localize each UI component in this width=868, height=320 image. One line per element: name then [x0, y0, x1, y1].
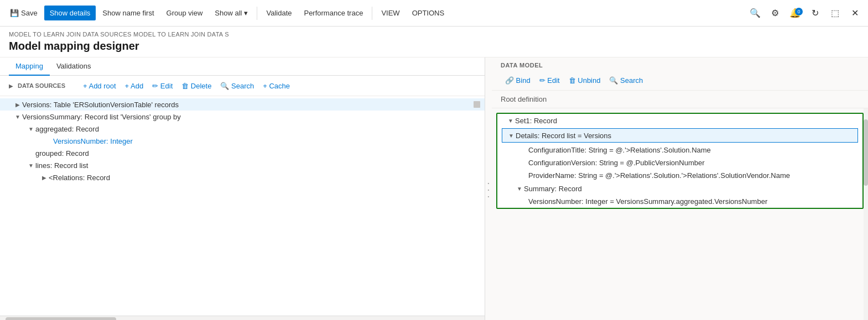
scrollbar-thumb — [6, 317, 116, 320]
edit-button[interactable]: ✏ Edit — [148, 78, 177, 93]
tree-node-versionssummary[interactable]: ▼ VersionsSummary: Record list 'Versions… — [0, 111, 485, 123]
dm-node-provider-name[interactable]: ProviderName: String = @.'>Relations'.So… — [497, 169, 862, 182]
toggle-icon: ▼ — [13, 112, 22, 121]
root-definition-label: Root definition — [492, 91, 868, 108]
datasources-toggle-icon: ▶ — [9, 81, 18, 90]
view-button[interactable]: VIEW — [376, 6, 405, 20]
datasources-tree[interactable]: ▶ Versions: Table 'ERSolutionVersionTabl… — [0, 96, 485, 316]
dm-node-set1[interactable]: ▼ Set1: Record — [497, 114, 862, 127]
toggle-icon — [44, 137, 53, 145]
close-button[interactable]: ✕ — [846, 4, 864, 22]
add-root-button[interactable]: + Add root — [79, 78, 121, 93]
toggle-icon: ▼ — [515, 184, 524, 193]
tab-validations[interactable]: Validations — [50, 57, 98, 76]
tree-node-aggregated[interactable]: ▼ aggregated: Record — [0, 123, 485, 135]
show-details-button[interactable]: Show details — [44, 6, 96, 20]
toggle-icon: ▼ — [27, 161, 35, 170]
popout-button[interactable]: ⬚ — [826, 4, 844, 22]
search-dm-button[interactable]: 🔍 Search — [605, 73, 647, 88]
group-view-button[interactable]: Group view — [161, 6, 209, 20]
main-content: Mapping Validations ▶ DATA SOURCES + Add… — [0, 57, 868, 320]
tree-node-versionsnumber[interactable]: VersionsNumber: Integer — [0, 135, 485, 147]
left-panel: Mapping Validations ▶ DATA SOURCES + Add… — [0, 57, 485, 320]
show-all-button[interactable]: Show all ▾ — [209, 6, 253, 20]
right-panel: DATA MODEL 🔗 Bind ✏ Edit 🗑 Unbind 🔍 Sear… — [492, 57, 868, 320]
tree-node-versions[interactable]: ▶ Versions: Table 'ERSolutionVersionTabl… — [0, 98, 485, 111]
main-toolbar: 💾 Save Show details Show name first Grou… — [0, 0, 868, 27]
dm-node-details[interactable]: ▼ Details: Record list = Versions — [502, 128, 858, 143]
performance-trace-button[interactable]: Performance trace — [298, 6, 368, 20]
tree-node-grouped[interactable]: grouped: Record — [0, 147, 485, 159]
scrollbar-thumb — [864, 119, 868, 186]
add-button[interactable]: + Add — [121, 78, 148, 93]
settings-icon-btn[interactable]: ⚙ — [766, 4, 784, 22]
drag-handle — [474, 101, 480, 108]
cache-button[interactable]: + Cache — [258, 78, 294, 93]
tabs: Mapping Validations — [0, 57, 485, 76]
notification-badge: 0 — [795, 8, 803, 15]
edit-dm-button[interactable]: ✏ Edit — [535, 73, 564, 88]
toggle-icon: ▶ — [13, 100, 22, 109]
toggle-icon: ▼ — [27, 124, 35, 133]
data-model-tree[interactable]: ▼ Set1: Record ▼ Details: Record list = … — [492, 108, 868, 320]
toolbar-right: 🔍 ⚙ 🔔 0 ↻ ⬚ ✕ — [746, 4, 864, 22]
dm-node-config-title[interactable]: ConfigurationTitle: String = @.'>Relatio… — [497, 144, 862, 156]
tab-mapping[interactable]: Mapping — [9, 57, 50, 76]
search-button[interactable]: 🔍 — [746, 4, 764, 22]
toggle-icon: ▶ — [40, 173, 49, 182]
search-ds-button[interactable]: 🔍 Search — [216, 78, 258, 93]
save-button[interactable]: 💾 Save — [4, 6, 43, 20]
refresh-button[interactable]: ↻ — [806, 4, 824, 22]
panel-divider[interactable]: • • • — [485, 57, 492, 320]
bind-button[interactable]: 🔗 Bind — [501, 73, 535, 88]
data-model-header: DATA MODEL — [492, 57, 868, 71]
delete-button[interactable]: 🗑 Delete — [177, 78, 216, 93]
page-title: Model mapping designer — [0, 39, 868, 57]
tree-node-relations[interactable]: ▶ <Relations: Record — [0, 171, 485, 183]
options-button[interactable]: OPTIONS — [407, 6, 450, 20]
chevron-down-icon: ▾ — [244, 9, 248, 17]
toggle-icon — [27, 149, 35, 158]
tree-node-lines[interactable]: ▼ lines: Record list — [0, 159, 485, 171]
notification-wrap: 🔔 0 — [786, 4, 804, 22]
validate-button[interactable]: Validate — [261, 6, 297, 20]
show-name-first-button[interactable]: Show name first — [97, 6, 159, 20]
save-icon: 💾 — [10, 9, 19, 17]
horizontal-scrollbar[interactable] — [0, 316, 485, 320]
toggle-icon: ▼ — [507, 131, 516, 140]
separator — [257, 7, 257, 20]
toggle-icon: ▼ — [506, 116, 515, 125]
dm-node-config-version[interactable]: ConfigurationVersion: String = @.PublicV… — [497, 156, 862, 169]
separator2 — [372, 7, 372, 20]
data-model-actions: 🔗 Bind ✏ Edit 🗑 Unbind 🔍 Search — [492, 71, 868, 91]
datasources-label: DATA SOURCES — [18, 78, 65, 93]
dm-node-summary[interactable]: ▼ Summary: Record — [497, 182, 862, 195]
vertical-scrollbar[interactable] — [864, 108, 868, 320]
green-box-container: ▼ Set1: Record ▼ Details: Record list = … — [496, 113, 864, 209]
unbind-button[interactable]: 🗑 Unbind — [564, 73, 605, 88]
breadcrumb: MODEL TO LEARN JOIN DATA SOURCES MODEL T… — [0, 27, 868, 39]
dm-node-versions-number[interactable]: VersionsNumber: Integer = VersionsSummar… — [497, 195, 862, 208]
datasources-toolbar: ▶ DATA SOURCES + Add root + Add ✏ Edit 🗑… — [0, 76, 485, 96]
